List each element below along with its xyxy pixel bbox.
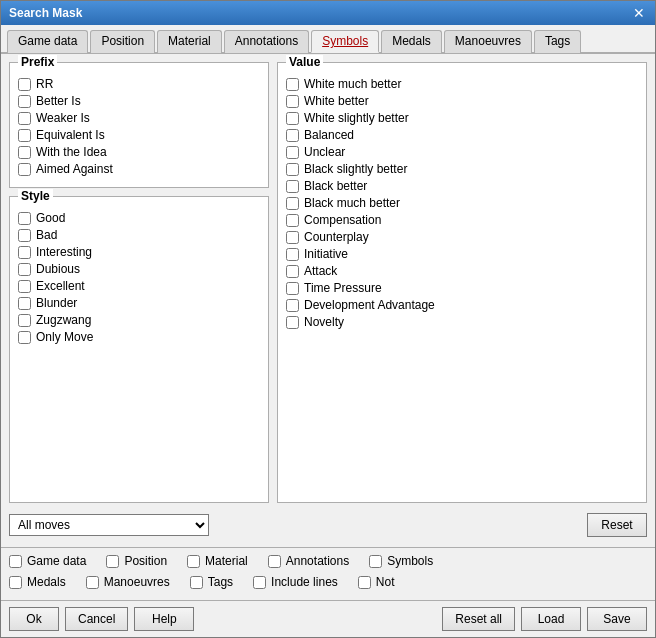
style-checkbox-dubious[interactable] <box>18 263 31 276</box>
tab-annotations[interactable]: Annotations <box>224 30 309 53</box>
value-item-counterplay: Counterplay <box>286 230 638 244</box>
value-label-development-advantage[interactable]: Development Advantage <box>304 298 435 312</box>
prefix-checkbox-weaker-is[interactable] <box>18 112 31 125</box>
bc-checkbox-bc-material[interactable] <box>187 555 200 568</box>
prefix-checkbox-aimed-against[interactable] <box>18 163 31 176</box>
value-label-white-much-better[interactable]: White much better <box>304 77 401 91</box>
value-checkbox-white-better[interactable] <box>286 95 299 108</box>
bc-label-bc-tags[interactable]: Tags <box>208 575 233 589</box>
bc-label-bc-position[interactable]: Position <box>124 554 167 568</box>
bc-checkbox-bc-game-data[interactable] <box>9 555 22 568</box>
value-checkbox-compensation[interactable] <box>286 214 299 227</box>
tab-medals[interactable]: Medals <box>381 30 442 53</box>
value-checkbox-balanced[interactable] <box>286 129 299 142</box>
value-checkbox-novelty[interactable] <box>286 316 299 329</box>
prefix-checkbox-rr[interactable] <box>18 78 31 91</box>
value-label-time-pressure[interactable]: Time Pressure <box>304 281 382 295</box>
prefix-label-rr[interactable]: RR <box>36 77 53 91</box>
prefix-label-aimed-against[interactable]: Aimed Against <box>36 162 113 176</box>
tab-game-data[interactable]: Game data <box>7 30 88 53</box>
tab-tags[interactable]: Tags <box>534 30 581 53</box>
tab-material[interactable]: Material <box>157 30 222 53</box>
value-label-unclear[interactable]: Unclear <box>304 145 345 159</box>
value-label-novelty[interactable]: Novelty <box>304 315 344 329</box>
value-checkbox-attack[interactable] <box>286 265 299 278</box>
bc-checkbox-bc-include-lines[interactable] <box>253 576 266 589</box>
style-label-interesting[interactable]: Interesting <box>36 245 92 259</box>
value-label-white-better[interactable]: White better <box>304 94 369 108</box>
value-checkbox-development-advantage[interactable] <box>286 299 299 312</box>
bc-checkbox-bc-annotations[interactable] <box>268 555 281 568</box>
prefix-checkbox-better-is[interactable] <box>18 95 31 108</box>
value-checkbox-counterplay[interactable] <box>286 231 299 244</box>
value-checkbox-unclear[interactable] <box>286 146 299 159</box>
style-checkbox-blunder[interactable] <box>18 297 31 310</box>
style-checkbox-interesting[interactable] <box>18 246 31 259</box>
style-checkbox-only-move[interactable] <box>18 331 31 344</box>
bc-checkbox-bc-symbols[interactable] <box>369 555 382 568</box>
load-button[interactable]: Load <box>521 607 581 631</box>
reset-all-button[interactable]: Reset all <box>442 607 515 631</box>
value-label-black-much-better[interactable]: Black much better <box>304 196 400 210</box>
prefix-label-with-idea[interactable]: With the Idea <box>36 145 107 159</box>
value-checkbox-initiative[interactable] <box>286 248 299 261</box>
tab-symbols[interactable]: Symbols <box>311 30 379 53</box>
style-checkbox-good[interactable] <box>18 212 31 225</box>
style-label-only-move[interactable]: Only Move <box>36 330 93 344</box>
prefix-checkbox-equivalent-is[interactable] <box>18 129 31 142</box>
value-checkbox-white-slightly-better[interactable] <box>286 112 299 125</box>
value-checkbox-black-much-better[interactable] <box>286 197 299 210</box>
value-label-attack[interactable]: Attack <box>304 264 337 278</box>
bc-label-bc-not[interactable]: Not <box>376 575 395 589</box>
style-label-blunder[interactable]: Blunder <box>36 296 77 310</box>
value-label-compensation[interactable]: Compensation <box>304 213 381 227</box>
dialog: Search Mask ✕ Game dataPositionMaterialA… <box>0 0 656 638</box>
close-button[interactable]: ✕ <box>631 6 647 20</box>
style-label-bad[interactable]: Bad <box>36 228 57 242</box>
bc-checkbox-bc-tags[interactable] <box>190 576 203 589</box>
bc-checkbox-bc-medals[interactable] <box>9 576 22 589</box>
value-label-counterplay[interactable]: Counterplay <box>304 230 369 244</box>
style-label-zugzwang[interactable]: Zugzwang <box>36 313 91 327</box>
moves-dropdown[interactable]: All movesWhite movesBlack moves <box>9 514 209 536</box>
bc-label-bc-game-data[interactable]: Game data <box>27 554 86 568</box>
prefix-label-better-is[interactable]: Better Is <box>36 94 81 108</box>
bc-label-bc-include-lines[interactable]: Include lines <box>271 575 338 589</box>
style-checkbox-excellent[interactable] <box>18 280 31 293</box>
value-item-attack: Attack <box>286 264 638 278</box>
value-checkbox-time-pressure[interactable] <box>286 282 299 295</box>
style-label-good[interactable]: Good <box>36 211 65 225</box>
prefix-label-weaker-is[interactable]: Weaker Is <box>36 111 90 125</box>
help-button[interactable]: Help <box>134 607 194 631</box>
bc-checkbox-bc-position[interactable] <box>106 555 119 568</box>
bc-label-bc-manoeuvres[interactable]: Manoeuvres <box>104 575 170 589</box>
bc-label-bc-medals[interactable]: Medals <box>27 575 66 589</box>
value-label-white-slightly-better[interactable]: White slightly better <box>304 111 409 125</box>
bc-checkbox-bc-not[interactable] <box>358 576 371 589</box>
style-checkbox-bad[interactable] <box>18 229 31 242</box>
prefix-checkbox-with-idea[interactable] <box>18 146 31 159</box>
style-label-dubious[interactable]: Dubious <box>36 262 80 276</box>
value-checkbox-black-better[interactable] <box>286 180 299 193</box>
style-checkbox-zugzwang[interactable] <box>18 314 31 327</box>
prefix-label-equivalent-is[interactable]: Equivalent Is <box>36 128 105 142</box>
value-label-balanced[interactable]: Balanced <box>304 128 354 142</box>
bc-checkbox-bc-manoeuvres[interactable] <box>86 576 99 589</box>
value-label-black-better[interactable]: Black better <box>304 179 367 193</box>
value-checkbox-black-slightly-better[interactable] <box>286 163 299 176</box>
bc-item-bc-medals: Medals <box>9 575 66 589</box>
value-checkbox-white-much-better[interactable] <box>286 78 299 91</box>
ok-button[interactable]: Ok <box>9 607 59 631</box>
tab-position[interactable]: Position <box>90 30 155 53</box>
bc-label-bc-annotations[interactable]: Annotations <box>286 554 349 568</box>
reset-button[interactable]: Reset <box>587 513 647 537</box>
bc-label-bc-material[interactable]: Material <box>205 554 248 568</box>
save-button[interactable]: Save <box>587 607 647 631</box>
bc-label-bc-symbols[interactable]: Symbols <box>387 554 433 568</box>
cancel-button[interactable]: Cancel <box>65 607 128 631</box>
value-label-initiative[interactable]: Initiative <box>304 247 348 261</box>
tab-manoeuvres[interactable]: Manoeuvres <box>444 30 532 53</box>
style-label-excellent[interactable]: Excellent <box>36 279 85 293</box>
prefix-items: RR Better Is Weaker Is Equivalent Is Wit… <box>18 77 260 176</box>
value-label-black-slightly-better[interactable]: Black slightly better <box>304 162 407 176</box>
